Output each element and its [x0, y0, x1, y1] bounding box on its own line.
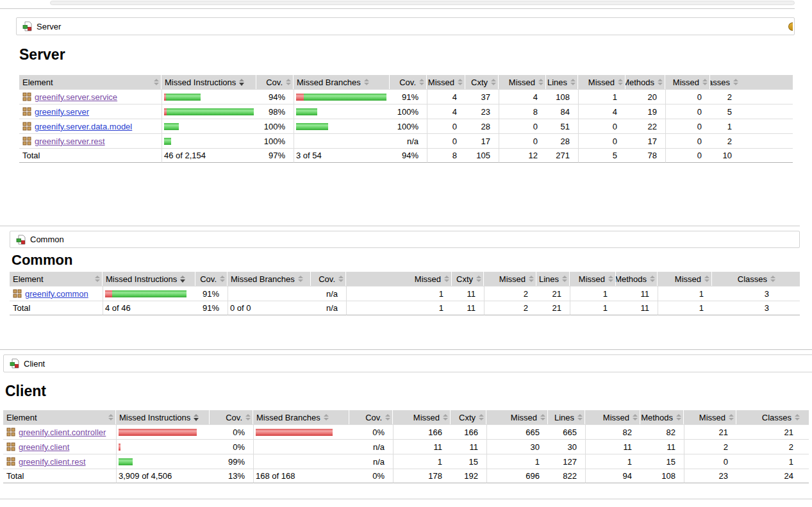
- missed-branches-bar: [253, 424, 349, 439]
- sort-icon: [444, 276, 449, 282]
- cell-lines: 108: [546, 89, 578, 104]
- column-header-label: Element: [22, 78, 53, 87]
- column-header-cxty-6[interactable]: Cxty: [465, 75, 499, 89]
- column-header-label: Methods: [626, 78, 654, 87]
- sort-icon: [770, 276, 775, 282]
- column-header-missed-7[interactable]: Missed: [499, 75, 546, 89]
- column-header-cov-4[interactable]: Cov.: [311, 272, 346, 286]
- column-header-missed-11[interactable]: Missed: [658, 272, 712, 286]
- column-header-lines-8[interactable]: Lines: [548, 410, 585, 424]
- package-link[interactable]: greenify.server.data.model: [35, 122, 132, 131]
- sort-icon: [676, 414, 681, 420]
- cell-methods: 22: [626, 119, 665, 133]
- column-header-cxty-6[interactable]: Cxty: [451, 410, 486, 424]
- instruction-coverage-cell: 0%: [210, 424, 253, 439]
- column-header-missed-7[interactable]: Missed: [486, 410, 548, 424]
- column-header-missed-branches-3[interactable]: Missed Branches: [294, 75, 390, 89]
- total-missed: 1: [346, 301, 452, 315]
- column-header-classes-12[interactable]: Classes: [736, 410, 809, 424]
- sort-icon: [95, 276, 100, 282]
- column-header-label: Cxty: [459, 413, 476, 422]
- covered-bar-segment: [166, 94, 201, 101]
- package-link[interactable]: greenify.client: [19, 442, 69, 452]
- package-icon: [6, 428, 15, 436]
- column-header-missed-branches-3[interactable]: Missed Branches: [228, 272, 311, 286]
- branch-coverage-cell: 0%: [349, 424, 393, 439]
- column-header-label: Missed Branches: [231, 274, 295, 284]
- sort-icon: [540, 414, 545, 420]
- column-header-classes-12[interactable]: Classes: [710, 75, 793, 89]
- column-header-cxty-6[interactable]: Cxty: [452, 272, 484, 286]
- cell-cxty: 37: [465, 89, 499, 104]
- column-header-cov-2[interactable]: Cov.: [210, 410, 253, 424]
- column-header-label: Lines: [539, 274, 559, 284]
- total-label: Total: [10, 301, 103, 315]
- column-header-missed-11[interactable]: Missed: [684, 410, 736, 424]
- column-header-missed-instructions-1[interactable]: Missed Instructions: [116, 410, 210, 424]
- column-header-missed-branches-3[interactable]: Missed Branches: [253, 410, 349, 424]
- coverage-table-server: ElementMissed InstructionsCov.Missed Bra…: [19, 75, 793, 163]
- section-server: Server Server ElementMissed Instructions…: [16, 17, 795, 163]
- cell-lines: 30: [548, 439, 585, 454]
- missed-instructions-bar: [116, 424, 210, 439]
- column-header-element-0[interactable]: Element: [19, 75, 162, 89]
- cell-methods: 11: [640, 439, 684, 454]
- cell-missed: 82: [585, 424, 640, 439]
- column-header-missed-9[interactable]: Missed: [578, 75, 626, 89]
- column-header-cov-4[interactable]: Cov.: [390, 75, 427, 89]
- breadcrumb-label: Client: [24, 359, 45, 369]
- package-link[interactable]: greenify.server.service: [35, 92, 117, 102]
- divider: [0, 8, 795, 9]
- cell-methods: 11: [616, 286, 658, 301]
- column-header-label: Cov.: [365, 413, 382, 422]
- column-header-missed-5[interactable]: Missed: [346, 272, 452, 286]
- column-header-cov-2[interactable]: Cov.: [256, 75, 294, 89]
- column-header-missed-instructions-1[interactable]: Missed Instructions: [162, 75, 256, 89]
- package-link[interactable]: greenify.server: [35, 107, 89, 117]
- column-header-methods-10[interactable]: Methods: [640, 410, 684, 424]
- column-header-missed-9[interactable]: Missed: [570, 272, 616, 286]
- package-icon: [22, 137, 31, 145]
- column-header-label: Missed: [603, 413, 629, 422]
- total-missed-branches: 168 of 168: [253, 469, 349, 483]
- column-header-missed-11[interactable]: Missed: [665, 75, 710, 89]
- column-header-label: Missed: [509, 78, 535, 87]
- column-header-cov-2[interactable]: Cov.: [195, 272, 228, 286]
- branch-coverage-cell: n/a: [349, 454, 393, 469]
- column-header-lines-8[interactable]: Lines: [546, 75, 578, 89]
- column-header-methods-10[interactable]: Methods: [626, 75, 665, 89]
- cell-lines: 127: [548, 454, 585, 469]
- column-header-element-0[interactable]: Element: [3, 410, 116, 424]
- package-icon: [6, 457, 15, 466]
- total-lines: 822: [548, 469, 585, 483]
- sessions-icon-partial[interactable]: [788, 22, 793, 31]
- column-header-missed-9[interactable]: Missed: [585, 410, 640, 424]
- column-header-missed-7[interactable]: Missed: [484, 272, 536, 286]
- package-link[interactable]: greenify.server.rest: [35, 137, 105, 146]
- column-header-element-0[interactable]: Element: [10, 272, 103, 286]
- total-missed-branches: 3 of 54: [294, 148, 390, 163]
- cell-classes: 1: [710, 119, 793, 133]
- column-header-lines-8[interactable]: Lines: [536, 272, 570, 286]
- table-row: greenify.common91%n/a11122111113: [10, 286, 800, 301]
- sort-icon: [476, 276, 481, 282]
- package-link[interactable]: greenify.common: [25, 289, 88, 299]
- column-header-classes-12[interactable]: Classes: [712, 272, 800, 286]
- column-header-methods-10[interactable]: Methods: [616, 272, 658, 286]
- package-link[interactable]: greenify.client.rest: [19, 457, 86, 467]
- sort-icon: [458, 79, 463, 85]
- package-link[interactable]: greenify.client.controller: [19, 428, 106, 437]
- column-header-cov-4[interactable]: Cov.: [349, 410, 393, 424]
- cell-cxty: 15: [451, 454, 486, 469]
- column-header-missed-instructions-1[interactable]: Missed Instructions: [103, 272, 195, 286]
- total-branch-coverage: n/a: [311, 301, 346, 315]
- column-header-missed-5[interactable]: Missed: [393, 410, 451, 424]
- element-cell: greenify.server.rest: [19, 133, 162, 148]
- cell-missed: 0: [684, 454, 736, 469]
- cell-missed: 0: [499, 119, 546, 133]
- column-header-label: Classes: [738, 274, 767, 284]
- cell-missed: 665: [486, 424, 548, 439]
- total-missed: 1: [570, 301, 616, 315]
- column-header-missed-5[interactable]: Missed: [427, 75, 465, 89]
- instruction-coverage-cell: 0%: [210, 439, 253, 454]
